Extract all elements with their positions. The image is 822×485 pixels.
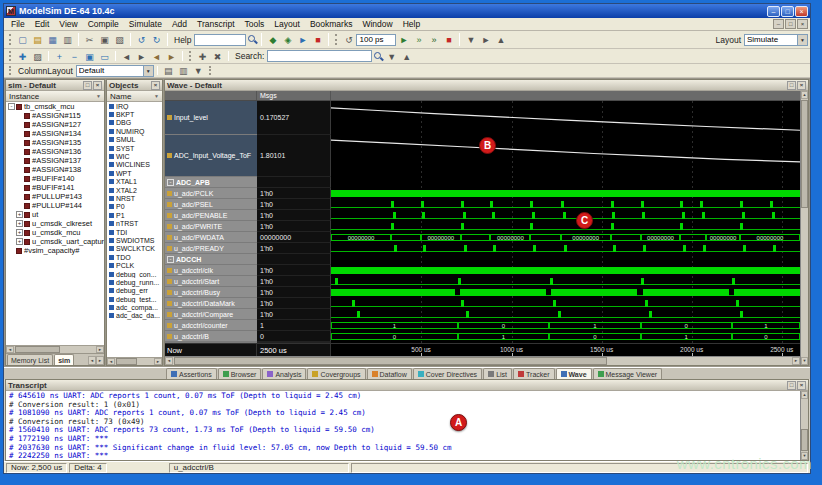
object-item[interactable]: XTAL2 <box>107 186 162 194</box>
run-icon[interactable]: ► <box>396 33 411 46</box>
objects-column-header[interactable]: Name ▼ <box>107 91 162 102</box>
open-folder-icon[interactable]: ▤ <box>30 33 45 46</box>
tab-tracker[interactable]: Tracker <box>513 368 554 379</box>
timeline-scale[interactable]: 500 us1000 us1500 us2000 us2500 us <box>331 344 800 356</box>
transcript-close-icon[interactable]: × <box>797 381 806 390</box>
delete-cursor-icon[interactable]: ✖ <box>210 50 225 63</box>
object-item[interactable]: P1 <box>107 211 162 219</box>
object-item[interactable]: WIC <box>107 152 162 160</box>
tab-message-viewer[interactable]: Message Viewer <box>593 368 663 379</box>
tree-item[interactable]: #ASSIGN#135 <box>6 138 104 147</box>
scroll-left-icon[interactable]: ◄ <box>88 356 96 365</box>
object-item[interactable]: BKPT <box>107 110 162 118</box>
wave-panel-header[interactable]: Wave - Default □ × <box>165 80 808 91</box>
object-item[interactable]: NUMIRQ <box>107 127 162 135</box>
object-item[interactable]: IRQ <box>107 102 162 110</box>
redo-icon[interactable]: ↻ <box>149 33 164 46</box>
menu-compile[interactable]: Compile <box>83 19 124 29</box>
expand-icon[interactable]: + <box>16 238 23 245</box>
wave-lane[interactable] <box>331 265 800 276</box>
wave-signal-name[interactable]: u_adc/PWDATA <box>165 232 257 243</box>
wave-signal-name[interactable]: u_adc/PREADY <box>165 243 257 254</box>
object-item[interactable]: DBG <box>107 119 162 127</box>
wave-signal-row[interactable]: u_adc/PCLK1'h0 <box>165 188 800 199</box>
tab-cover-directives[interactable]: Cover Directives <box>413 368 482 379</box>
tree-item[interactable]: #BUFIF#141 <box>6 183 104 192</box>
tree-item[interactable]: #ASSIGN#127 <box>6 120 104 129</box>
mdi-minimize-button[interactable]: – <box>773 19 784 29</box>
wave-lane[interactable] <box>331 276 800 287</box>
wave-signal-row[interactable]: u_adcctrl/Start1'h0 <box>165 276 800 287</box>
wave-signal-name[interactable]: u_adc/PENABLE <box>165 210 257 221</box>
object-item[interactable]: TDI <box>107 228 162 236</box>
wave-signal-name[interactable]: u_adcctrl/Compare <box>165 309 257 320</box>
help-search-input[interactable] <box>194 34 246 46</box>
object-item[interactable]: debug_err <box>107 287 162 295</box>
wave-signal-row[interactable]: u_adcctrl/DataMark1'h0 <box>165 298 800 309</box>
step-out-icon[interactable]: ▲ <box>493 33 508 46</box>
wave-signal-row[interactable]: u_adcctrl/clk1'h0 <box>165 265 800 276</box>
run-length-input[interactable] <box>356 34 396 46</box>
tree-item[interactable]: #ASSIGN#137 <box>6 156 104 165</box>
sim-close-icon[interactable]: × <box>93 81 102 90</box>
object-item[interactable]: P0 <box>107 203 162 211</box>
cut-icon[interactable]: ✂ <box>82 33 97 46</box>
wave-signal-row[interactable]: u_adc/PENABLE1'h0 <box>165 210 800 221</box>
object-item[interactable]: adc_dac_da... <box>107 312 162 320</box>
expand-columns-icon[interactable]: ▤ <box>161 64 176 77</box>
tree-item[interactable]: #PULLUP#143 <box>6 192 104 201</box>
wave-lane[interactable] <box>331 287 800 298</box>
wave-signal-row[interactable]: u_adcctrl/Compare1'h0 <box>165 309 800 320</box>
edit-mode-icon[interactable]: ▨ <box>30 50 45 63</box>
expand-icon[interactable]: + <box>16 211 23 218</box>
add-wave-icon[interactable]: ✚ <box>15 50 30 63</box>
minimize-button[interactable]: – <box>767 6 780 17</box>
wave-hscroll-thumb[interactable] <box>174 357 607 365</box>
transcript-vscroll-track[interactable] <box>801 399 808 452</box>
wave-hscrollbar[interactable]: ◄ ► <box>165 356 800 365</box>
step-into-icon[interactable]: ▼ <box>463 33 478 46</box>
wave-lane[interactable]: 01010 <box>331 331 800 342</box>
objects-hscrollbar[interactable]: ◄ ► <box>107 357 162 365</box>
copy-icon[interactable]: ▣ <box>97 33 112 46</box>
wave-lane[interactable] <box>331 243 800 254</box>
continue-run-icon[interactable]: » <box>411 33 426 46</box>
scroll-right-icon[interactable]: ► <box>154 358 162 365</box>
tab-wave[interactable]: Wave <box>556 368 592 379</box>
wave-vscroll-thumb[interactable] <box>801 100 808 208</box>
add-cursor-icon[interactable]: ✚ <box>195 50 210 63</box>
sim-hscroll-track[interactable] <box>14 346 96 353</box>
objects-panel-header[interactable]: Objects × <box>107 80 162 91</box>
object-item[interactable]: debug_con... <box>107 270 162 278</box>
object-item[interactable]: TDO <box>107 253 162 261</box>
menu-window[interactable]: Window <box>357 19 397 29</box>
tab-sim[interactable]: sim <box>54 354 74 365</box>
next-transition-icon[interactable]: ► <box>134 50 149 63</box>
wave-signal-name[interactable]: Input_level <box>165 101 257 135</box>
scroll-down-icon[interactable]: ▼ <box>801 357 808 365</box>
wave-lane[interactable] <box>331 221 800 232</box>
search-down-icon[interactable]: ▼ <box>384 50 399 63</box>
tab-covergroups[interactable]: Covergroups <box>307 368 365 379</box>
tree-item[interactable]: #ASSIGN#115 <box>6 111 104 120</box>
wave-lane[interactable]: 0000000000000000000000000000000000000000… <box>331 232 800 243</box>
scroll-up-icon[interactable]: ▲ <box>801 391 808 399</box>
restart-icon[interactable]: ↺ <box>341 33 356 46</box>
tree-item[interactable]: #BUFIF#140 <box>6 174 104 183</box>
tab-dataflow[interactable]: Dataflow <box>367 368 412 379</box>
group-collapse-icon[interactable]: - <box>167 179 174 186</box>
wave-signal-name[interactable]: u_adcctrl/B <box>165 331 257 342</box>
wave-signal-row[interactable]: u_adc/PREADY1'h0 <box>165 243 800 254</box>
paste-icon[interactable]: ▧ <box>112 33 127 46</box>
magnifier-icon[interactable] <box>247 34 258 45</box>
prev-edge-icon[interactable]: ◄ <box>149 50 164 63</box>
maximize-button[interactable]: □ <box>781 6 794 17</box>
object-item[interactable]: PCLK <box>107 261 162 269</box>
wave-signal-row[interactable]: u_adcctrl/B001010 <box>165 331 800 342</box>
run-all-icon[interactable]: » <box>426 33 441 46</box>
wave-lane[interactable] <box>331 177 800 188</box>
zoom-out-icon[interactable]: − <box>67 50 82 63</box>
step-over-icon[interactable]: ► <box>478 33 493 46</box>
scroll-right-icon[interactable]: ► <box>96 356 104 365</box>
wave-signal-name[interactable]: u_adcctrl/counter <box>165 320 257 331</box>
